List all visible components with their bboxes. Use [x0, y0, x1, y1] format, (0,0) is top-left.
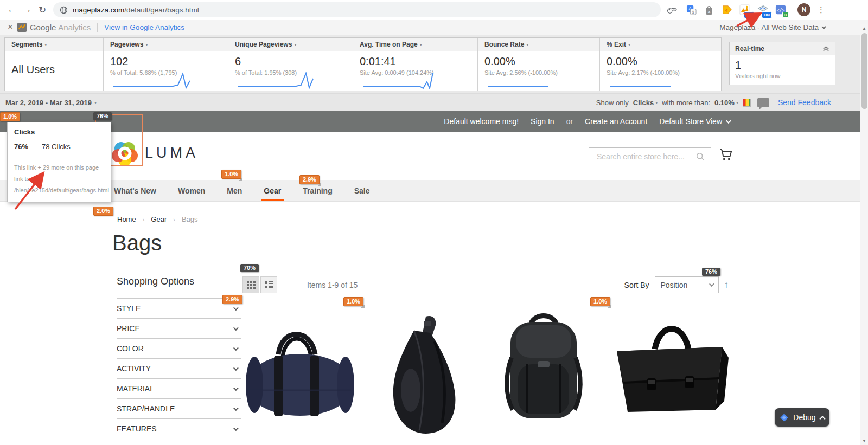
breadcrumb-home[interactable]: Home: [117, 215, 136, 223]
grid-icon: [247, 281, 256, 289]
nav-sale[interactable]: Sale: [352, 180, 373, 201]
caret-down-icon: ▾: [526, 42, 528, 47]
scrollbar[interactable]: ▲ ▼: [860, 24, 868, 445]
caret-down-icon: ▾: [655, 100, 658, 105]
filter-activity[interactable]: ACTIVITY: [117, 358, 241, 378]
create-account-link[interactable]: Create an Account: [585, 117, 647, 126]
store-view-switcher[interactable]: Default Store View: [659, 117, 730, 126]
list-view-button[interactable]: [260, 276, 277, 293]
collapse-icon[interactable]: [822, 46, 829, 52]
tag-assistant-extension-icon[interactable]: ON: [757, 4, 768, 15]
count-badge: 3: [782, 12, 789, 18]
breadcrumb: Home › Gear › Bags: [111, 215, 730, 223]
site-info-icon[interactable]: [60, 6, 68, 14]
svg-text:文: 文: [691, 9, 695, 14]
divider: [792, 5, 792, 15]
sparkline: [605, 71, 703, 89]
scroll-up-arrow[interactable]: ▲: [860, 24, 868, 33]
avg-time-header[interactable]: Avg. Time on Page▾: [353, 38, 477, 51]
metric-bounce-rate: Bounce Rate▾ 0.00% Site Avg: 2.56% (-100…: [478, 38, 600, 91]
segments-header[interactable]: Segments▾: [5, 38, 103, 51]
product-item[interactable]: [489, 309, 597, 438]
unique-pageviews-header[interactable]: Unique Pageviews▾: [228, 38, 353, 51]
page-title: Bags: [112, 231, 730, 255]
filter-strap-handle[interactable]: STRAP/HANDLE: [117, 398, 241, 418]
product-item[interactable]: [609, 309, 730, 438]
translate-extension-icon[interactable]: A文: [686, 4, 697, 15]
pageviews-header[interactable]: Pageviews▾: [104, 38, 228, 51]
url-bar[interactable]: mageplaza.com/default/gear/bags.html: [53, 2, 661, 17]
password-key-icon[interactable]: [666, 4, 677, 15]
tooltip-line1: This link + 29 more on this page link to…: [14, 162, 104, 185]
forward-icon[interactable]: →: [20, 2, 35, 17]
threshold-selector[interactable]: 0.10%▾: [714, 99, 738, 107]
chrome-menu-icon[interactable]: ⋮: [817, 5, 825, 15]
filter-price[interactable]: PRICE: [117, 318, 241, 338]
sparkline: [359, 71, 456, 89]
filter-material[interactable]: MATERIAL: [117, 378, 241, 398]
tooltip-title: Clicks: [8, 122, 111, 140]
sort-select[interactable]: Position: [655, 276, 719, 293]
refresh-icon[interactable]: ↻: [35, 2, 50, 17]
product-image-duffel-bag[interactable]: [242, 309, 358, 424]
grid-view-button[interactable]: [242, 276, 259, 293]
view-in-ga-link[interactable]: View in Google Analytics: [104, 23, 184, 31]
click-percent-badge-selected: 76%: [93, 112, 112, 120]
tooltip-percent: 76%: [14, 143, 28, 151]
breadcrumb-gear[interactable]: Gear: [151, 215, 167, 223]
browser-toolbar: ← → ↻ mageplaza.com/default/gear/bags.ht…: [0, 0, 868, 20]
ga-brand-analytics: Analytics: [58, 23, 91, 32]
product-item[interactable]: [369, 309, 477, 438]
profile-avatar[interactable]: N: [797, 3, 810, 16]
svg-text:a: a: [708, 9, 711, 14]
exit-header[interactable]: % Exit▾: [600, 38, 721, 51]
page-analytics-extension-icon[interactable]: ON: [739, 4, 750, 15]
send-feedback-link[interactable]: Send Feedback: [778, 98, 831, 107]
sign-in-link[interactable]: Sign In: [531, 117, 554, 126]
click-percent-badge: 2.0%: [93, 207, 113, 216]
metric-selector[interactable]: Clicks▾: [633, 99, 658, 107]
bounce-rate-header[interactable]: Bounce Rate▾: [478, 38, 599, 51]
product-list-area: Items 1-9 of 15 Sort By Position ↑: [241, 276, 730, 438]
debug-button[interactable]: Debug: [775, 408, 829, 427]
ga-click-tooltip: Clicks 76% 78 Clicks This link + 29 more…: [7, 122, 111, 202]
filter-features[interactable]: FEATURES: [117, 418, 241, 438]
chevron-down-icon: [726, 118, 731, 124]
product-image-messenger-bag[interactable]: [609, 309, 730, 421]
metric-value: 102: [110, 55, 221, 68]
caret-down-icon: ▾: [628, 42, 630, 47]
on-badge: ON: [744, 11, 754, 18]
comment-bubble-icon[interactable]: [757, 98, 769, 107]
search-input[interactable]: [597, 152, 695, 161]
close-icon[interactable]: ×: [8, 22, 13, 33]
price-tag-extension-icon[interactable]: 4 4: [722, 4, 732, 15]
metric-value: 0:01:41: [360, 55, 471, 68]
product-image-backpack[interactable]: [500, 309, 588, 431]
product-image-sling-bag[interactable]: [376, 309, 471, 438]
metric-value: 6: [235, 55, 346, 68]
nav-whats-new[interactable]: What's New: [111, 180, 159, 201]
sort-direction-button[interactable]: ↑: [724, 280, 729, 291]
nav-men[interactable]: Men: [224, 180, 245, 201]
scroll-down-arrow[interactable]: ▼: [860, 437, 868, 445]
chevron-up-icon: [819, 416, 825, 422]
color-legend-icon[interactable]: [743, 99, 751, 107]
metrics-table: Segments▾ All Users Pageviews▾ 102 % of …: [4, 37, 722, 91]
chevron-down-icon: [233, 425, 239, 431]
nav-gear[interactable]: Gear: [261, 180, 284, 201]
filter-color[interactable]: COLOR: [117, 338, 241, 358]
scrollbar-thumb[interactable]: [861, 33, 867, 109]
product-item[interactable]: [242, 309, 358, 438]
devtools-extension-icon[interactable]: </> 3: [775, 4, 786, 15]
cart-icon[interactable]: [719, 148, 733, 164]
chevron-down-icon: [233, 305, 239, 311]
shopping-assistant-extension-icon[interactable]: a: [704, 4, 714, 15]
back-icon[interactable]: ←: [4, 2, 20, 17]
date-range-selector[interactable]: Mar 2, 2019 - Mar 31, 2019▾: [5, 99, 97, 107]
luma-logo-text: LUMA: [145, 145, 199, 162]
search-icon[interactable]: [695, 152, 705, 162]
sort-by-label: Sort By: [624, 281, 649, 289]
tag-count: 4: [725, 8, 728, 13]
ga-account-selector[interactable]: Mageplaza - All Web Site Data: [719, 23, 825, 31]
nav-women[interactable]: Women: [175, 180, 208, 201]
